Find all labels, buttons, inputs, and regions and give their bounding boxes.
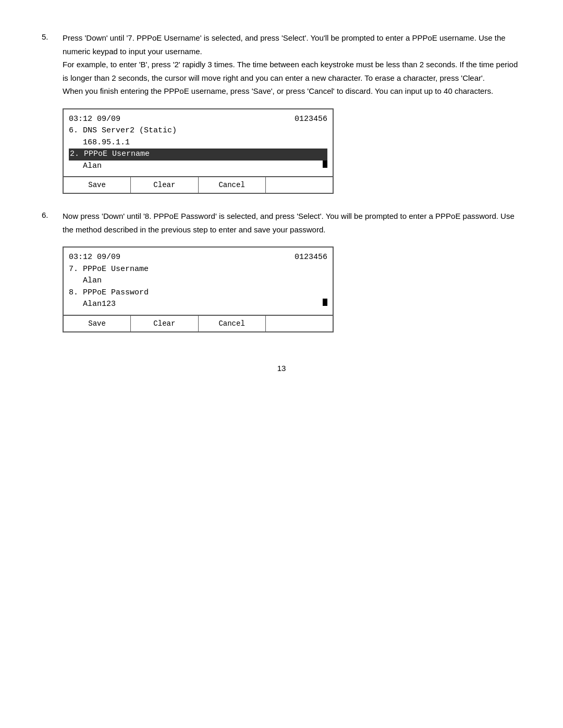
page-number: 13: [42, 364, 521, 373]
cursor-indicator: [323, 161, 327, 168]
lcd-btn-2-1[interactable]: Save: [64, 316, 131, 331]
lcd-btn-1-4[interactable]: [266, 177, 333, 193]
step-text-2: Now press 'Down' until '8. PPPoE Passwor…: [63, 209, 521, 236]
step-text-1: Press 'Down' until '7. PPPoE Username' i…: [63, 31, 521, 98]
lcd-line-2-4: Alan123: [69, 299, 327, 311]
step-block-2: 6.Now press 'Down' until '8. PPPoE Passw…: [42, 209, 521, 332]
lcd-btn-1-2[interactable]: Clear: [131, 177, 198, 193]
lcd-header-2: 03:12 09/090123456: [69, 252, 327, 264]
lcd-btn-1-3[interactable]: Cancel: [199, 177, 266, 193]
lcd-screen-2: 03:12 09/0901234567. PPPoE Username Alan…: [63, 246, 334, 332]
lcd-btn-2-3[interactable]: Cancel: [199, 316, 266, 331]
lcd-line-1-3: 2. PPPoE Username: [69, 149, 327, 161]
step-number-2: 6.: [42, 209, 63, 219]
step-row-1: 5.Press 'Down' until '7. PPPoE Username'…: [42, 31, 521, 98]
cursor-indicator: [323, 299, 327, 306]
step-para-1-2: For example, to enter 'B', press '2' rap…: [63, 58, 521, 84]
lcd-btn-2-4[interactable]: [266, 316, 333, 331]
lcd-line-1-4: Alan: [69, 161, 327, 172]
lcd-line-2-1: 7. PPPoE Username: [69, 264, 327, 276]
lcd-header-1: 03:12 09/090123456: [69, 114, 327, 126]
lcd-buttons-2: SaveClearCancel: [64, 315, 333, 331]
lcd-line-1-1: 6. DNS Server2 (Static): [69, 125, 327, 137]
step-para-1-1: Press 'Down' until '7. PPPoE Username' i…: [63, 31, 521, 58]
step-para-1-3: When you finish entering the PPPoE usern…: [63, 84, 521, 98]
lcd-line-2-2: Alan: [69, 275, 327, 287]
lcd-screen-1: 03:12 09/0901234566. DNS Server2 (Static…: [63, 108, 334, 194]
step-number-1: 5.: [42, 31, 63, 41]
lcd-btn-2-2[interactable]: Clear: [131, 316, 198, 331]
lcd-line-2-3: 8. PPPoE Password: [69, 287, 327, 299]
lcd-buttons-1: SaveClearCancel: [64, 176, 333, 193]
lcd-btn-1-1[interactable]: Save: [64, 177, 131, 193]
lcd-line-1-2: 168.95.1.1: [69, 137, 327, 149]
step-block-1: 5.Press 'Down' until '7. PPPoE Username'…: [42, 31, 521, 194]
step-para-2-1: Now press 'Down' until '8. PPPoE Passwor…: [63, 209, 521, 236]
step-row-2: 6.Now press 'Down' until '8. PPPoE Passw…: [42, 209, 521, 236]
